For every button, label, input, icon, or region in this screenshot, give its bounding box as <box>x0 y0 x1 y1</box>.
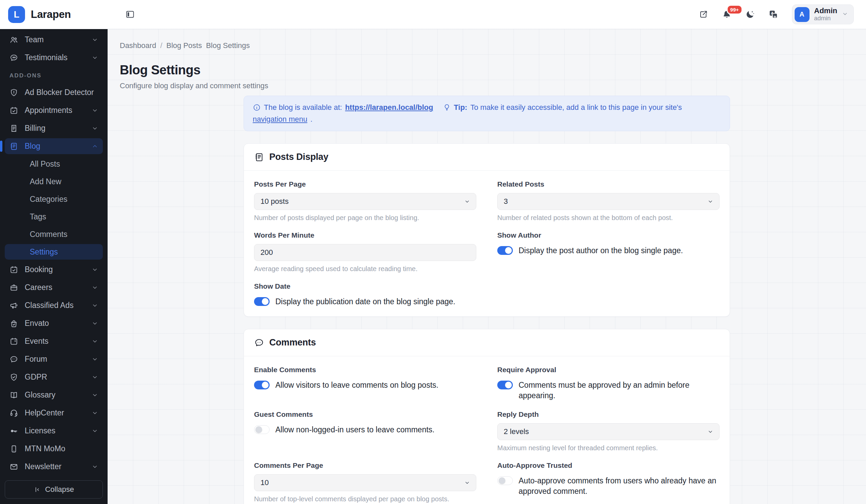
sidebar-item-booking[interactable]: Booking <box>5 262 103 277</box>
navigation-menu-link[interactable]: navigation menu <box>253 115 307 124</box>
field-reply-depth: Reply Depth 2 levels Maximum nesting lev… <box>497 410 720 452</box>
notifications-bell-icon[interactable]: 99+ <box>722 10 732 19</box>
sidebar-item-testimonials[interactable]: Testimonials <box>5 50 103 66</box>
notification-badge: 99+ <box>726 5 743 14</box>
sidebar-item-forum[interactable]: Forum <box>5 351 103 367</box>
chevron-down-icon <box>92 427 98 434</box>
chat-dots-icon <box>10 355 18 364</box>
sidebar-item-label: Appointments <box>25 106 73 115</box>
breadcrumb-dashboard[interactable]: Dashboard <box>120 41 156 50</box>
chevron-down-icon <box>92 55 98 61</box>
people-icon <box>10 35 18 44</box>
sidebar-item-newsletter[interactable]: Newsletter <box>5 459 103 474</box>
chevron-down-icon <box>92 266 98 273</box>
sidebar-item-label: MTN MoMo <box>25 444 65 453</box>
sidebar-subitem-comments[interactable]: Comments <box>5 227 103 242</box>
auto-approve-toggle[interactable] <box>497 476 513 485</box>
sidebar-item-gdpr[interactable]: GDPR <box>5 369 103 385</box>
breadcrumb-separator: / <box>160 41 162 50</box>
sidebar-item-classified-ads[interactable]: Classified Ads <box>5 297 103 313</box>
comments-card: Comments Enable Comments Allow visitors … <box>244 329 730 504</box>
sidebar-item-team[interactable]: Team <box>5 32 103 48</box>
chevron-up-icon <box>92 143 98 149</box>
chevron-down-icon <box>92 410 98 416</box>
sidebar-subitem-all-posts[interactable]: All Posts <box>5 156 103 172</box>
user-menu[interactable]: A Admin admin <box>792 4 854 25</box>
related-posts-select[interactable]: 3 <box>497 193 720 210</box>
sidebar-item-events[interactable]: Events <box>5 333 103 349</box>
sidebar-item-label: Licenses <box>25 426 55 435</box>
show-author-toggle[interactable] <box>497 246 513 255</box>
sidebar-item-licenses[interactable]: Licenses <box>5 423 103 439</box>
field-comments-per-page: Comments Per Page 10 Number of top-level… <box>254 461 476 503</box>
shield-check-icon <box>10 373 18 382</box>
sidebar-item-appointments[interactable]: Appointments <box>5 102 103 118</box>
sidebar-subitem-categories[interactable]: Categories <box>5 191 103 207</box>
sidebar-item-glossary[interactable]: Glossary <box>5 387 103 403</box>
chevron-down-icon <box>92 302 98 309</box>
key-icon <box>10 427 18 435</box>
field-related-posts: Related Posts 3 Number of related posts … <box>497 180 720 222</box>
sidebar: L Larapen TeamTestimonialsADD-ONSAd Bloc… <box>0 0 108 504</box>
sidebar-item-mtn-momo[interactable]: MTN MoMo <box>5 441 103 457</box>
dark-mode-moon-icon[interactable] <box>745 10 755 19</box>
require-approval-toggle[interactable] <box>497 381 513 389</box>
sidebar-item-label: Events <box>25 337 48 346</box>
page-subtitle: Configure blog display and comment setti… <box>120 81 854 90</box>
posts-per-page-select[interactable]: 10 posts <box>254 193 476 210</box>
sidebar-item-label: GDPR <box>25 373 47 382</box>
sidebar-subitem-add-new[interactable]: Add New <box>5 174 103 189</box>
chat-dots-icon <box>254 338 264 348</box>
show-date-toggle[interactable] <box>254 297 270 306</box>
chevron-down-icon <box>92 374 98 380</box>
chat-quote-icon <box>10 54 18 62</box>
brand-logo[interactable]: L Larapen <box>0 0 108 29</box>
sidebar-item-blog[interactable]: Blog <box>5 138 103 154</box>
field-require-approval: Require Approval Comments must be approv… <box>497 366 720 401</box>
main-content: Dashboard / Blog Posts Blog Settings Blo… <box>108 29 866 504</box>
envelope-icon <box>10 462 18 471</box>
card-title-comments: Comments <box>269 337 316 348</box>
sidebar-subitem-settings[interactable]: Settings <box>5 244 103 260</box>
card-title-posts-display: Posts Display <box>269 152 328 162</box>
breadcrumb-blog-settings: Blog Settings <box>206 41 250 50</box>
sidebar-item-helpcenter[interactable]: HelpCenter <box>5 405 103 421</box>
brand-logo-mark: L <box>8 6 25 23</box>
sidebar-subitem-tags[interactable]: Tags <box>5 209 103 225</box>
breadcrumb: Dashboard / Blog Posts Blog Settings <box>120 41 854 50</box>
megaphone-icon <box>10 301 18 310</box>
banner-tip-label: Tip: <box>454 103 467 112</box>
headset-icon <box>10 409 18 417</box>
sidebar-nav: TeamTestimonialsADD-ONSAd Blocker Detect… <box>0 29 108 476</box>
blog-url-link[interactable]: https://larapen.local/blog <box>345 103 433 112</box>
shield-exclamation-icon <box>10 88 18 97</box>
sidebar-collapse-button[interactable]: Collapse <box>5 480 103 499</box>
chevron-down-icon <box>92 125 98 131</box>
page-title: Blog Settings <box>120 63 854 77</box>
posts-display-card: Posts Display Posts Per Page 10 posts Nu… <box>244 143 730 317</box>
sidebar-item-label: HelpCenter <box>25 408 64 417</box>
field-words-per-minute: Words Per Minute Average reading speed u… <box>254 231 476 273</box>
sidebar-toggle-icon[interactable] <box>125 10 135 19</box>
comments-per-page-select[interactable]: 10 <box>254 474 476 491</box>
words-per-minute-input[interactable] <box>254 244 476 261</box>
sidebar-item-ad-blocker-detector[interactable]: Ad Blocker Detector <box>5 84 103 100</box>
sidebar-item-label: Team <box>25 35 44 44</box>
chevron-down-icon <box>92 392 98 398</box>
chevron-down-icon <box>92 284 98 291</box>
lightbulb-icon <box>443 103 451 112</box>
sidebar-item-billing[interactable]: Billing <box>5 121 103 136</box>
sidebar-item-careers[interactable]: Careers <box>5 279 103 296</box>
sidebar-item-envato[interactable]: Envato <box>5 316 103 331</box>
breadcrumb-blog-posts[interactable]: Blog Posts <box>166 41 202 50</box>
user-avatar: A <box>795 7 810 22</box>
guest-comments-toggle[interactable] <box>254 425 270 434</box>
sidebar-item-label: Newsletter <box>25 462 62 471</box>
banner-tip-text: To make it easily accessible, add a link… <box>470 103 682 112</box>
translate-icon[interactable]: A <box>768 10 778 19</box>
enable-comments-toggle[interactable] <box>254 381 270 389</box>
reply-depth-select[interactable]: 2 levels <box>497 423 720 440</box>
external-link-icon[interactable] <box>699 10 708 19</box>
sidebar-item-label: Booking <box>25 265 53 274</box>
chevron-down-icon <box>92 36 98 43</box>
